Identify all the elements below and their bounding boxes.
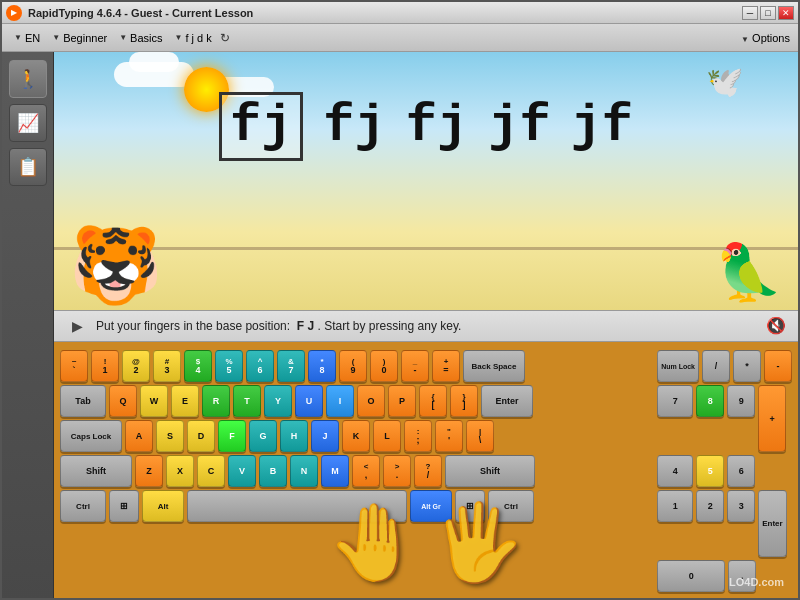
space-key[interactable] — [187, 490, 407, 522]
shift-right-key[interactable]: Shift — [445, 455, 535, 487]
capslock-key[interactable]: Caps Lock — [60, 420, 122, 452]
char-1: fj — [219, 92, 303, 161]
num-enter[interactable]: Enter — [758, 490, 786, 557]
key-s[interactable]: S — [156, 420, 184, 452]
key-6[interactable]: ^6 — [246, 350, 274, 382]
num-multiply[interactable]: * — [733, 350, 761, 382]
numlock-key[interactable]: Num Lock — [657, 350, 699, 382]
key-h[interactable]: H — [280, 420, 308, 452]
num-plus[interactable]: + — [758, 385, 786, 452]
key-9[interactable]: (9 — [339, 350, 367, 382]
key-backtick[interactable]: ~` — [60, 350, 88, 382]
key-f[interactable]: F — [218, 420, 246, 452]
shift-left-key[interactable]: Shift — [60, 455, 132, 487]
num-5[interactable]: 5 — [696, 455, 724, 487]
num-8[interactable]: 8 — [696, 385, 724, 417]
key-t[interactable]: T — [233, 385, 261, 417]
key-8[interactable]: *8 — [308, 350, 336, 382]
num-3[interactable]: 3 — [727, 490, 755, 522]
category-selector[interactable]: ▼ Basics — [115, 30, 166, 46]
key-y[interactable]: Y — [264, 385, 292, 417]
key-q[interactable]: Q — [109, 385, 137, 417]
numpad-row-2: 7 8 9 + — [657, 385, 792, 452]
num-6[interactable]: 6 — [727, 455, 755, 487]
key-7[interactable]: &7 — [277, 350, 305, 382]
key-slash[interactable]: ?/ — [414, 455, 442, 487]
ctrl-left-key[interactable]: Ctrl — [60, 490, 106, 522]
key-semicolon[interactable]: :; — [404, 420, 432, 452]
key-p[interactable]: P — [388, 385, 416, 417]
keyboard-row-2: Tab Q W E R T Y U I O P {[ }] — [60, 385, 649, 417]
key-4[interactable]: $4 — [184, 350, 212, 382]
key-b[interactable]: B — [259, 455, 287, 487]
restore-button[interactable]: □ — [760, 6, 776, 20]
key-z[interactable]: Z — [135, 455, 163, 487]
sidebar-item-stats[interactable]: 📈 — [9, 104, 47, 142]
key-rbracket[interactable]: }] — [450, 385, 478, 417]
cloud-1 — [114, 62, 194, 87]
key-d[interactable]: D — [187, 420, 215, 452]
key-period[interactable]: >. — [383, 455, 411, 487]
key-comma[interactable]: <, — [352, 455, 380, 487]
num-0[interactable]: 0 — [657, 560, 725, 592]
play-button[interactable]: ▶ — [66, 315, 88, 337]
win-left-key[interactable]: ⊞ — [109, 490, 139, 522]
key-backslash[interactable]: |\ — [466, 420, 494, 452]
tab-key[interactable]: Tab — [60, 385, 106, 417]
key-equals[interactable]: += — [432, 350, 460, 382]
key-m[interactable]: M — [321, 455, 349, 487]
options-button[interactable]: ▼ Options — [741, 32, 790, 44]
numpad-row-1: Num Lock / * - — [657, 350, 792, 382]
num-decimal[interactable]: . — [728, 560, 756, 592]
num-1[interactable]: 1 — [657, 490, 693, 522]
key-w[interactable]: W — [140, 385, 168, 417]
key-1[interactable]: !1 — [91, 350, 119, 382]
key-a[interactable]: A — [125, 420, 153, 452]
key-0[interactable]: )0 — [370, 350, 398, 382]
key-o[interactable]: O — [357, 385, 385, 417]
alt-left-key[interactable]: Alt — [142, 490, 184, 522]
enter-key[interactable]: Enter — [481, 385, 533, 417]
close-button[interactable]: ✕ — [778, 6, 794, 20]
key-c[interactable]: C — [197, 455, 225, 487]
lesson-selector[interactable]: ▼ f j d k — [171, 30, 216, 46]
num-2[interactable]: 2 — [696, 490, 724, 522]
num-9[interactable]: 9 — [727, 385, 755, 417]
level-selector[interactable]: ▼ Beginner — [48, 30, 111, 46]
key-n[interactable]: N — [290, 455, 318, 487]
key-v[interactable]: V — [228, 455, 256, 487]
key-j[interactable]: J — [311, 420, 339, 452]
num-4[interactable]: 4 — [657, 455, 693, 487]
window-controls: ─ □ ✕ — [742, 6, 794, 20]
window-title: RapidTyping 4.6.4 - Guest - Current Less… — [28, 7, 742, 19]
options-label: Options — [752, 32, 790, 44]
num-7[interactable]: 7 — [657, 385, 693, 417]
minimize-button[interactable]: ─ — [742, 6, 758, 20]
key-2[interactable]: @2 — [122, 350, 150, 382]
key-5[interactable]: %5 — [215, 350, 243, 382]
language-selector[interactable]: ▼ EN — [10, 30, 44, 46]
key-g[interactable]: G — [249, 420, 277, 452]
backspace-key[interactable]: Back Space — [463, 350, 525, 382]
alt-gr-key[interactable]: Alt Gr — [410, 490, 452, 522]
num-minus[interactable]: - — [764, 350, 792, 382]
num-divide[interactable]: / — [702, 350, 730, 382]
key-k[interactable]: K — [342, 420, 370, 452]
key-l[interactable]: L — [373, 420, 401, 452]
key-lbracket[interactable]: {[ — [419, 385, 447, 417]
ctrl-right-key[interactable]: Ctrl — [488, 490, 534, 522]
key-x[interactable]: X — [166, 455, 194, 487]
key-quote[interactable]: "' — [435, 420, 463, 452]
sidebar-item-typing[interactable]: 🚶 — [9, 60, 47, 98]
key-u[interactable]: U — [295, 385, 323, 417]
key-e[interactable]: E — [171, 385, 199, 417]
win-right-key[interactable]: ⊞ — [455, 490, 485, 522]
sound-button[interactable]: 🔇 — [766, 316, 786, 335]
key-i[interactable]: I — [326, 385, 354, 417]
refresh-icon[interactable]: ↻ — [220, 31, 230, 45]
key-r[interactable]: R — [202, 385, 230, 417]
lesson-display: 🕊️ fj fj fj jf jf 🐯 🦜 — [54, 52, 798, 310]
key-minus[interactable]: _- — [401, 350, 429, 382]
key-3[interactable]: #3 — [153, 350, 181, 382]
sidebar-item-lessons[interactable]: 📋 — [9, 148, 47, 186]
